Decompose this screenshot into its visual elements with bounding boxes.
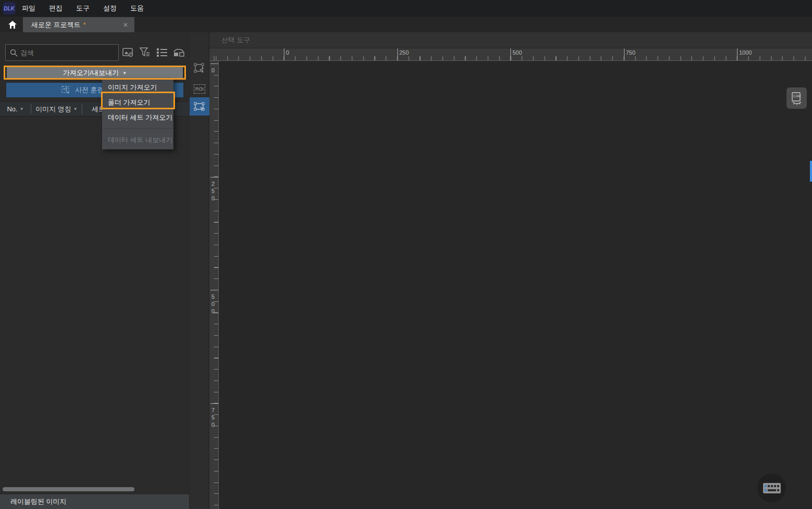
filter-icon — [140, 47, 151, 58]
v-ruler: 02 5 05 0 07 5 0 — [209, 61, 219, 509]
h-ruler-tick — [397, 48, 398, 61]
camera-button[interactable]: CAM — [786, 87, 807, 109]
display-mode-button[interactable] — [172, 46, 185, 59]
status-label: 레이블링된 이미지 — [10, 497, 67, 506]
h-ruler-tick — [624, 48, 624, 61]
search-box — [5, 44, 119, 61]
sort-arrow-icon: ▼ — [73, 107, 78, 111]
h-ruler-label: 750 — [626, 49, 635, 56]
search-input[interactable] — [20, 45, 117, 60]
smart-label-tool-icon — [194, 63, 205, 74]
roi-tool-button[interactable]: ROI — [190, 81, 209, 97]
image-settings-icon — [122, 47, 134, 58]
menu-divider — [102, 128, 173, 129]
v-ruler-label: 7 5 0 — [211, 406, 215, 428]
pretrain-label: 사전 훈련 — [75, 85, 104, 95]
labeled-images-status-bar: 레이블링된 이미지 — [0, 494, 189, 509]
right-panel-handle[interactable] — [810, 161, 812, 182]
import-export-label: 가져오기/내보내기 — [63, 68, 119, 78]
column-header-image-name[interactable]: 이미지 명칭 ▼ — [31, 102, 82, 116]
menu-tools[interactable]: 도구 — [76, 0, 90, 17]
menu-file[interactable]: 파일 — [22, 0, 35, 17]
import-export-dropdown-menu: 이미지 가져오기 폴더 가져오기 데이터 세트 가져오기 데이터 세트 내보내기 — [102, 78, 173, 149]
app-logo[interactable]: DLK — [3, 2, 16, 15]
menu-item-import-folder[interactable]: 폴더 가져오기 — [102, 95, 173, 110]
home-icon — [8, 21, 17, 29]
app-window: DLK 파일 편집 도구 설정 도움 새로운 프로젝트 * ✕ — [0, 0, 812, 509]
tab-new-project[interactable]: 새로운 프로젝트 * ✕ — [23, 17, 134, 32]
v-ruler-minor-ticks — [214, 61, 218, 509]
home-button[interactable] — [4, 18, 21, 31]
model-nodes-icon — [61, 86, 70, 94]
menu-edit[interactable]: 편집 — [49, 0, 63, 17]
h-ruler-tick — [737, 48, 738, 61]
smart-label-tool-button[interactable] — [190, 61, 209, 77]
menu-help[interactable]: 도움 — [130, 0, 144, 17]
search-icon — [10, 49, 18, 57]
chevron-down-icon: ▼ — [122, 71, 127, 75]
selection-tool-icon — [193, 101, 206, 112]
tool-options-label: 선택 도구 — [221, 35, 251, 45]
canvas-viewport[interactable] — [219, 61, 812, 509]
filter-button[interactable] — [139, 46, 152, 59]
menu-item-import-images[interactable]: 이미지 가져오기 — [102, 80, 173, 95]
menu-item-import-dataset[interactable]: 데이터 세트 가져오기 — [102, 110, 173, 125]
selection-tool-button[interactable] — [190, 97, 209, 116]
column-header-no[interactable]: No. ▼ — [0, 102, 31, 116]
list-view-icon — [156, 48, 168, 57]
h-ruler-label: 1000 — [739, 49, 752, 56]
camera-icon: CAM — [790, 92, 804, 105]
v-ruler-label: 0 — [211, 67, 215, 74]
menu-settings[interactable]: 설정 — [103, 0, 117, 17]
horizontal-scrollbar-thumb[interactable] — [3, 487, 134, 491]
list-view-button[interactable] — [155, 46, 168, 59]
h-ruler-tick — [510, 48, 511, 61]
menu-bar: DLK 파일 편집 도구 설정 도움 — [0, 0, 812, 17]
h-ruler-label: 0 — [286, 49, 289, 56]
v-ruler-label: 5 0 0 — [211, 293, 215, 315]
virtual-keyboard-button[interactable] — [757, 474, 786, 502]
tool-sidebar: ROI — [190, 32, 209, 509]
v-ruler-label: 2 5 0 — [211, 180, 215, 202]
menu-item-export-dataset: 데이터 세트 내보내기 — [102, 132, 173, 147]
menu-items: 파일 편집 도구 설정 도움 — [22, 0, 144, 17]
v-ruler-tick — [210, 63, 218, 64]
column-label: No. — [7, 105, 17, 113]
h-ruler: 02505007501000 — [209, 48, 812, 61]
import-export-button[interactable]: 가져오기/내보내기 ▼ — [7, 67, 183, 79]
keyboard-icon — [763, 483, 781, 493]
v-ruler-tick — [210, 177, 218, 177]
tool-options-bar: 선택 도구 — [209, 32, 812, 48]
tab-title: 새로운 프로젝트 — [31, 20, 81, 30]
h-ruler-label: 500 — [513, 49, 522, 56]
svg-text:CAM: CAM — [793, 94, 801, 98]
tab-close-icon[interactable]: ✕ — [123, 21, 128, 29]
image-settings-button[interactable] — [122, 46, 135, 59]
v-ruler-tick — [210, 290, 218, 290]
column-label: 이미지 명칭 — [35, 105, 71, 114]
h-ruler-label: 250 — [399, 49, 409, 56]
tab-modified-marker: * — [83, 21, 86, 29]
sort-arrow-icon: ▼ — [20, 107, 24, 111]
h-ruler-tick — [284, 48, 284, 61]
roi-tool-icon: ROI — [194, 84, 205, 94]
panel-icon-bar — [122, 46, 185, 59]
v-ruler-tick — [210, 403, 218, 404]
display-mode-icon — [172, 47, 185, 58]
tab-bar: 새로운 프로젝트 * ✕ — [0, 17, 812, 32]
